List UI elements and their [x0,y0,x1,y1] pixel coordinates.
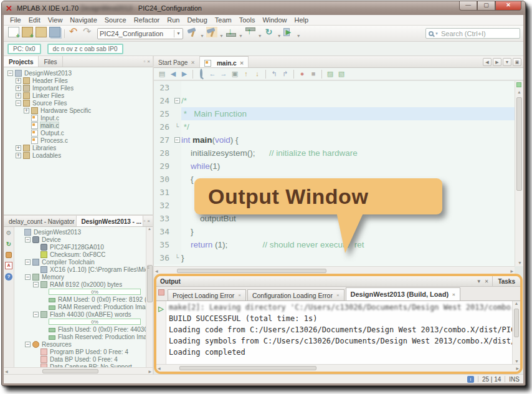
tree-item[interactable]: −Memory [16,273,146,281]
tree-item[interactable]: −RAM 8192 (0x2000) bytes [16,281,146,288]
scroll-up-icon[interactable]: ▲ [515,90,523,94]
expander-icon[interactable]: + [16,153,21,158]
code-line[interactable]: 24−/* [154,94,515,107]
menu-help[interactable]: Help [291,16,313,24]
menu-run[interactable]: Run [163,16,183,24]
code-line[interactable]: 28 initializesystem(); // initialize the… [154,147,515,160]
tree-item[interactable]: 0% [16,288,146,296]
code-line[interactable]: 23 [154,81,515,94]
output-horizontal-scrollbar[interactable]: ◀ ▶ [156,364,520,372]
output-vertical-scrollbar[interactable]: ▲ ▼ [512,301,520,364]
scrollbar-thumb[interactable]: ≡ [147,265,153,302]
search-input[interactable]: ▼ Search (Ctrl+I) [425,28,520,39]
expander-icon[interactable]: + [16,78,21,84]
maximize-button[interactable]: ▢ [477,1,495,11]
clean-and-build-icon[interactable] [206,27,217,37]
expander-icon[interactable]: + [24,108,29,113]
tree-item[interactable]: PIC24FJ128GA010 [16,243,146,251]
new-project-icon[interactable] [22,27,33,37]
toggle-highlight-icon[interactable]: ▣ [230,69,240,79]
tree-item[interactable]: +Linker Files [6,92,153,99]
redo-icon[interactable] [82,27,93,37]
tab-list-icon[interactable]: ▼ [503,58,511,66]
make-and-program-icon[interactable] [226,27,237,37]
float-window-icon[interactable]: ▫ [143,218,145,224]
tree-item[interactable]: Data Capture BP: No Support [16,363,146,367]
find-next-icon[interactable]: → [219,69,229,79]
tree-item[interactable]: Program BP Used: 0 Free: 4 [16,348,146,355]
configuration-select[interactable]: PIC24_Configuration ▼ [97,28,183,39]
back-icon[interactable]: ◀ [168,69,178,79]
tree-item[interactable]: Checksum: 0xF8CC [16,251,146,258]
editor-tab-main-c[interactable]: main.c✕ [200,56,249,67]
tree-item[interactable]: Flash Reserved: Production Image [16,333,146,340]
tree-item[interactable]: −Source Files [6,99,153,107]
close-tab-icon[interactable]: ✕ [240,60,244,66]
tab-designwest2013-[interactable]: DesignWest2013 - ... [77,216,144,226]
tree-item[interactable]: XC16 (v1.10) [C:\Program Files\Microch [16,266,146,273]
menu-file[interactable]: File [6,16,25,24]
tree-item[interactable]: −Compiler Toolchain [16,258,146,266]
close-tab-icon[interactable]: × [452,292,455,297]
build-console[interactable]: make[2]: Leaving directory 'C:/Users/c13… [166,301,512,364]
close-tab-icon[interactable]: × [336,292,340,298]
tree-item[interactable]: DesignWest2013 [16,228,146,236]
scroll-right-icon[interactable]: ▶ [516,366,519,370]
dropdown-icon[interactable]: ▼ [200,34,204,38]
output-tab-configuration-loading-error[interactable]: Configuration Loading Error× [247,289,344,300]
scroll-down-icon[interactable]: ▼ [518,261,522,265]
scroll-tabs-left-icon[interactable]: ◀ [483,58,492,66]
build-project-icon[interactable] [187,27,198,37]
scrollbar-thumb[interactable] [179,366,316,370]
close-tab-icon[interactable]: × [238,292,241,298]
scroll-up-icon[interactable]: ▲ [515,301,519,305]
menu-edit[interactable]: Edit [25,16,44,24]
status-flags-box[interactable]: dc n ov z c oab sab IP0 [47,44,123,54]
scroll-down-icon[interactable]: ▼ [515,359,519,363]
dropdown-icon[interactable]: ▼ [239,34,243,38]
expander-icon[interactable]: + [16,93,21,98]
tree-item[interactable]: Data BP Used: 0 Free: 4 [16,355,146,363]
scroll-up-icon[interactable]: ▲ [148,227,151,231]
close-tab-icon[interactable]: ✕ [191,60,195,65]
uncomment-icon[interactable]: ▧ [336,69,346,79]
code-line[interactable]: 36└} [154,251,515,264]
tab-projects[interactable]: Projects [4,56,39,67]
menu-tools[interactable]: Tools [235,16,259,24]
minimize-button[interactable]: — [459,1,477,11]
save-all-icon[interactable] [49,27,60,37]
close-panel-icon[interactable]: × [147,59,150,64]
read-device-memory-icon[interactable] [245,27,256,37]
output-options-icon[interactable] [158,289,164,296]
expander-icon[interactable]: − [25,342,31,347]
float-window-icon[interactable]: ▫ [143,59,145,64]
tree-item[interactable]: +Libraries [6,144,153,151]
menu-refactor[interactable]: Refactor [130,16,164,24]
output-tab-designwest2013-build-load-[interactable]: DesignWest2013 (Build, Load)× [346,287,460,300]
scrollbar-thumb[interactable] [177,269,326,273]
code-line[interactable]: 26└ */ [154,120,515,133]
menu-team[interactable]: Team [211,16,235,24]
open-project-icon[interactable] [36,27,47,37]
expander-icon[interactable]: − [25,274,31,280]
editor-tab-start-page[interactable]: Start Page✕ [154,56,200,67]
scroll-left-icon[interactable]: ◀ [158,366,161,370]
tree-item[interactable]: RAM Reserved: Production Image [16,303,146,310]
source-history-icon[interactable]: ▤ [157,69,167,79]
menu-debug[interactable]: Debug [183,16,211,24]
menu-window[interactable]: Window [259,16,290,24]
dropdown-icon[interactable]: ▼ [277,34,282,38]
code-line[interactable]: 34 } [154,225,515,238]
tab-delay-count-navigator[interactable]: delay_count - Navigator [4,216,77,226]
scrollbar-thumb[interactable] [516,97,522,191]
dropdown-icon[interactable]: ▼ [297,34,301,38]
dropdown-icon[interactable]: ▼ [258,34,262,38]
tree-item[interactable]: Input.c [6,114,153,122]
tree-item[interactable]: +Hardware Specific [6,107,153,114]
expander-icon[interactable]: − [7,70,13,76]
gears-icon[interactable]: ⚙ [5,229,12,237]
scroll-right-icon[interactable]: ▶ [510,269,513,273]
code-line[interactable]: 29 while(1) [154,160,515,173]
expander-icon[interactable]: − [25,237,31,243]
editor-vertical-scrollbar[interactable]: ▲ ▼ [515,81,523,266]
